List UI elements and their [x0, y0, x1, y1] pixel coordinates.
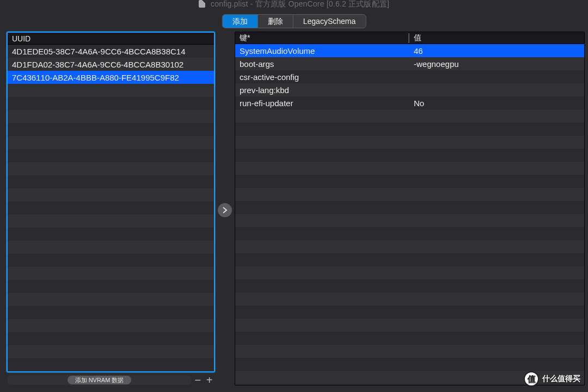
kv-header-row: 键* 值 [235, 32, 584, 44]
kv-row[interactable]: SystemAudioVolume46 [235, 44, 584, 57]
kv-header-key: 键* [235, 33, 409, 43]
kv-cell-key: csr-active-config [235, 72, 409, 82]
uuid-row[interactable]: 4D1EDE05-38C7-4A6A-9CC6-4BCCA8B38C14 [8, 45, 214, 58]
kv-cell-value: 46 [409, 46, 584, 56]
kv-row[interactable]: csr-active-config [235, 70, 584, 83]
tab-add[interactable]: 添加 [223, 15, 258, 28]
uuid-cell: 4D1FDA02-38C7-4A6A-9CC6-4BCCA8B30102 [8, 60, 214, 69]
kv-header-value: 值 [409, 33, 584, 43]
uuid-header-row: UUID [8, 33, 214, 45]
watermark-badge-icon: 值 [524, 371, 539, 387]
uuid-cell: 4D1EDE05-38C7-4A6A-9CC6-4BCCA8B38C14 [8, 47, 214, 56]
kv-cell-key: run-efi-updater [235, 99, 409, 108]
kv-panel: 键* 值 SystemAudioVolume46boot-args-wegnoe… [235, 32, 585, 385]
uuid-header: UUID [8, 34, 214, 43]
kv-cell-key: SystemAudioVolume [235, 46, 409, 56]
uuid-cell: 7C436110-AB2A-4BBB-A880-FE41995C9F82 [8, 73, 214, 82]
uuid-row[interactable]: 7C436110-AB2A-4BBB-A880-FE41995C9F82 [8, 71, 214, 84]
tab-delete[interactable]: 删除 [258, 15, 293, 28]
uuid-row[interactable]: 4D1FDA02-38C7-4A6A-9CC6-4BCCA8B30102 [8, 58, 214, 71]
kv-row[interactable]: run-efi-updaterNo [235, 96, 584, 109]
uuid-panel: UUID 4D1EDE05-38C7-4A6A-9CC6-4BCCA8B38C1… [7, 32, 215, 387]
title-sep: - [250, 0, 255, 8]
title-filename: config.plist [211, 0, 248, 8]
window-titlebar: config.plist - 官方原版 OpenCore [0.6.2 正式版配… [0, 0, 588, 12]
uuid-footer: 添加 NVRAM 数据 − + [7, 373, 215, 387]
kv-cell-value: -wegnoegpu [409, 59, 584, 69]
arrow-right-icon[interactable] [218, 203, 232, 217]
kv-row[interactable]: prev-lang:kbd [235, 83, 584, 96]
kv-table[interactable]: 键* 值 SystemAudioVolume46boot-args-wegnoe… [235, 32, 585, 385]
kv-cell-value: No [409, 99, 584, 108]
section-tabs: 添加 删除 LegacySchema [222, 14, 366, 28]
kv-cell-key: boot-args [235, 59, 409, 69]
add-nvram-button[interactable]: 添加 NVRAM 数据 [68, 376, 132, 384]
panel-divider [215, 29, 235, 391]
watermark: 值 什么值得买 [524, 371, 580, 387]
tab-legacy[interactable]: LegacySchema [293, 15, 366, 28]
panels: UUID 4D1EDE05-38C7-4A6A-9CC6-4BCCA8B38C1… [0, 29, 588, 391]
plus-minus-buttons[interactable]: − + [194, 375, 214, 385]
uuid-table[interactable]: UUID 4D1EDE05-38C7-4A6A-9CC6-4BCCA8B38C1… [7, 32, 215, 372]
kv-row[interactable]: boot-args-wegnoegpu [235, 57, 584, 70]
add-nvram-bar: 添加 NVRAM 数据 [8, 375, 191, 385]
document-icon [199, 0, 205, 8]
title-subtitle: 官方原版 OpenCore [0.6.2 正式版配置] [255, 0, 390, 8]
watermark-text: 什么值得买 [542, 374, 580, 384]
kv-cell-key: prev-lang:kbd [235, 85, 409, 95]
